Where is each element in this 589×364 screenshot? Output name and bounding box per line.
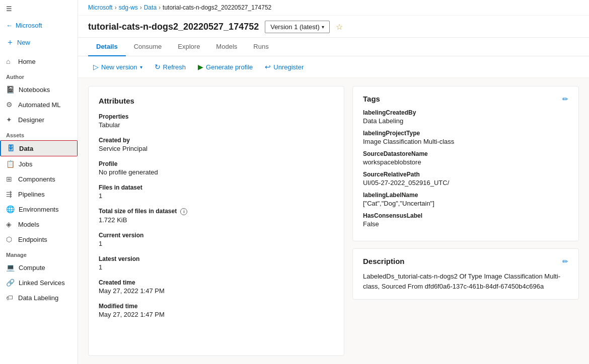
attr-row-current-version: Current version 1 bbox=[99, 232, 334, 247]
description-text: LabeledDs_tutorial-cats-n-dogs2 Of Type … bbox=[363, 271, 568, 291]
favorite-star-icon[interactable]: ☆ bbox=[336, 22, 343, 32]
attr-label-modified-time: Modified time bbox=[99, 303, 334, 310]
sidebar-linked-services-label: Linked Services bbox=[19, 279, 65, 287]
tag-value-labeling-project-type: Image Classification Multi-class bbox=[363, 138, 568, 145]
tab-details[interactable]: Details bbox=[88, 38, 126, 56]
info-icon[interactable]: i bbox=[180, 208, 187, 215]
compute-icon: 💻 bbox=[6, 263, 15, 271]
sidebar-endpoints-label: Endpoints bbox=[18, 236, 47, 243]
tag-key-labeling-label-name: labelingLabelName bbox=[363, 192, 568, 199]
tags-edit-icon[interactable]: ✏ bbox=[562, 95, 568, 103]
tag-row-labeling-label-name: labelingLabelName ["Cat","Dog","Uncertai… bbox=[363, 192, 568, 207]
page-title: tutorial-cats-n-dogs2_20220527_174752 bbox=[88, 22, 259, 32]
unregister-button[interactable]: ↩ Unregister bbox=[260, 60, 309, 73]
new-version-button[interactable]: ▷ New version ▾ bbox=[88, 60, 148, 73]
environments-icon: 🌐 bbox=[6, 205, 15, 213]
attr-value-current-version: 1 bbox=[99, 240, 334, 247]
sidebar-item-endpoints[interactable]: ⬡ Endpoints bbox=[0, 232, 78, 247]
attr-label-total-size: Total size of files in dataset i bbox=[99, 208, 334, 215]
sidebar-compute-label: Compute bbox=[19, 264, 45, 271]
attr-value-modified-time: May 27, 2022 1:47 PM bbox=[99, 311, 334, 318]
sidebar-item-compute[interactable]: 💻 Compute bbox=[0, 260, 78, 275]
endpoints-icon: ⬡ bbox=[6, 235, 14, 243]
sidebar-item-data-labeling[interactable]: 🏷 Data Labeling bbox=[0, 290, 78, 305]
description-edit-icon[interactable]: ✏ bbox=[562, 257, 568, 265]
sidebar-item-automated-ml[interactable]: ⚙ Automated ML bbox=[0, 97, 78, 112]
tab-models[interactable]: Models bbox=[208, 38, 245, 56]
refresh-icon: ↻ bbox=[155, 63, 161, 71]
unregister-icon: ↩ bbox=[265, 63, 271, 71]
breadcrumb-microsoft[interactable]: Microsoft bbox=[88, 4, 113, 11]
version-dropdown[interactable]: Version 1 (latest) ▾ bbox=[265, 21, 330, 33]
tag-key-source-datastore-name: SourceDatastoreName bbox=[363, 150, 568, 157]
toolbar: ▷ New version ▾ ↻ Refresh ▶ Generate pro… bbox=[78, 56, 589, 78]
jobs-icon: 📋 bbox=[6, 160, 15, 168]
sidebar-item-data[interactable]: 🗄 Data bbox=[0, 140, 78, 156]
attr-row-properties: Properties Tabular bbox=[99, 113, 334, 129]
main-content: Microsoft › sdg-ws › Data › tutorial-cat… bbox=[78, 0, 589, 364]
attr-value-total-size: 1.722 KiB bbox=[99, 216, 334, 224]
sidebar-item-models[interactable]: ◈ Models bbox=[0, 217, 78, 232]
breadcrumb-sep-2: › bbox=[140, 4, 142, 11]
description-panel: Description ✏ LabeledDs_tutorial-cats-n-… bbox=[352, 248, 579, 300]
pipelines-icon: ⇶ bbox=[6, 190, 14, 198]
breadcrumb-workspace[interactable]: sdg-ws bbox=[119, 4, 138, 11]
attr-label-files: Files in dataset bbox=[99, 184, 334, 191]
tag-value-labeling-created-by: Data Labeling bbox=[363, 117, 568, 125]
components-icon: ⊞ bbox=[6, 175, 14, 183]
hamburger-menu-button[interactable]: ☰ bbox=[0, 0, 78, 18]
sidebar-item-components[interactable]: ⊞ Components bbox=[0, 171, 78, 187]
new-version-label: New version bbox=[101, 63, 137, 71]
description-title: Description bbox=[363, 257, 405, 265]
sidebar-item-designer[interactable]: ✦ Designer bbox=[0, 112, 78, 127]
tab-consume[interactable]: Consume bbox=[126, 38, 170, 56]
attr-label-created-by: Created by bbox=[99, 137, 334, 144]
refresh-button[interactable]: ↻ Refresh bbox=[150, 60, 191, 73]
sidebar-item-jobs[interactable]: 📋 Jobs bbox=[0, 156, 78, 171]
sidebar-models-label: Models bbox=[18, 221, 39, 228]
attr-row-profile: Profile No profile generated bbox=[99, 160, 334, 176]
sidebar-environments-label: Environments bbox=[19, 206, 58, 213]
attr-value-properties: Tabular bbox=[99, 121, 334, 129]
new-version-icon: ▷ bbox=[93, 63, 99, 71]
back-icon: ← bbox=[6, 22, 13, 29]
designer-icon: ✦ bbox=[6, 116, 14, 124]
tab-explore[interactable]: Explore bbox=[170, 38, 208, 56]
attr-label-created-time: Created time bbox=[99, 279, 334, 286]
right-panels: Tags ✏ labelingCreatedBy Data Labeling l… bbox=[352, 86, 579, 356]
content-area: Attributes Properties Tabular Created by… bbox=[78, 78, 589, 364]
sidebar-jobs-label: Jobs bbox=[19, 160, 32, 168]
home-icon: ⌂ bbox=[6, 57, 14, 65]
tag-row-labeling-created-by: labelingCreatedBy Data Labeling bbox=[363, 109, 568, 125]
sidebar-microsoft-link[interactable]: ← Microsoft bbox=[0, 18, 78, 33]
sidebar-item-environments[interactable]: 🌐 Environments bbox=[0, 202, 78, 217]
generate-profile-button[interactable]: ▶ Generate profile bbox=[193, 60, 258, 73]
tag-value-labeling-label-name: ["Cat","Dog","Uncertain"] bbox=[363, 200, 568, 207]
tab-runs[interactable]: Runs bbox=[245, 38, 276, 56]
tag-value-has-consensus-label: False bbox=[363, 220, 568, 228]
breadcrumb-data[interactable]: Data bbox=[144, 4, 157, 11]
sidebar-item-linked-services[interactable]: 🔗 Linked Services bbox=[0, 275, 78, 290]
tabs-bar: Details Consume Explore Models Runs bbox=[78, 38, 589, 56]
attr-row-files: Files in dataset 1 bbox=[99, 184, 334, 200]
sidebar-pipelines-label: Pipelines bbox=[18, 191, 45, 198]
hamburger-icon: ☰ bbox=[6, 5, 12, 13]
sidebar-item-notebooks[interactable]: 📓 Notebooks bbox=[0, 82, 78, 97]
attr-row-created-by: Created by Service Principal bbox=[99, 137, 334, 152]
tags-panel: Tags ✏ labelingCreatedBy Data Labeling l… bbox=[352, 86, 579, 241]
description-panel-header: Description ✏ bbox=[363, 257, 568, 265]
attr-row-modified-time: Modified time May 27, 2022 1:47 PM bbox=[99, 303, 334, 318]
new-button[interactable]: ＋ New bbox=[0, 33, 78, 54]
sidebar-automated-ml-label: Automated ML bbox=[18, 101, 61, 109]
sidebar-item-home[interactable]: ⌂ Home bbox=[0, 54, 78, 69]
sidebar-designer-label: Designer bbox=[18, 116, 44, 124]
data-labeling-icon: 🏷 bbox=[6, 294, 14, 302]
models-icon: ◈ bbox=[6, 220, 14, 228]
tag-key-has-consensus-label: HasConsensusLabel bbox=[363, 212, 568, 219]
plus-icon: ＋ bbox=[6, 37, 14, 48]
tag-key-source-relative-path: SourceRelativePath bbox=[363, 171, 568, 178]
sidebar-item-pipelines[interactable]: ⇶ Pipelines bbox=[0, 187, 78, 202]
unregister-label: Unregister bbox=[273, 63, 304, 71]
linked-services-icon: 🔗 bbox=[6, 279, 15, 287]
sidebar-notebooks-label: Notebooks bbox=[19, 86, 50, 94]
